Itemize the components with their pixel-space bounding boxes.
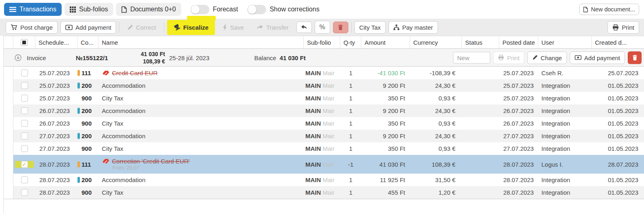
add-payment-button[interactable]: Add payment [60,21,116,34]
row-correction-note: From '25.07' [112,165,304,171]
row-checkbox[interactable] [21,189,28,196]
header-user[interactable]: User [538,36,592,48]
transfer-button[interactable]: Transfer [251,21,293,34]
row-currency-cell: 108,39 € NF [410,161,462,168]
row-checkbox[interactable] [21,107,28,114]
row-currency: 24,30 € [435,133,455,139]
table-row[interactable]: 25.07.2023 200 Accommodation MAIN Mair 1… [4,79,644,92]
correct-button[interactable]: Correct [122,21,161,34]
eraser-icon [102,70,110,76]
invoice-delete-button[interactable] [628,51,642,64]
header-created-date[interactable]: Created d... [592,36,644,48]
row-name: City Tax [102,95,123,102]
header-qty[interactable]: Q-ty [340,36,361,48]
row-subfolio: MAIN [305,70,321,76]
row-checkbox[interactable] [21,176,28,183]
tab-transactions[interactable]: Transactions [4,3,62,16]
row-checkbox[interactable] [21,95,28,102]
row-created-date: 01.05.2023 [592,82,644,89]
collapse-invoice-icon[interactable] [15,54,21,61]
row-name-cell: City Tax [99,145,304,152]
new-document-button[interactable]: New document... [579,4,639,15]
select-all-checkbox[interactable] [21,39,28,46]
fiscalize-button[interactable]: Fiscalize [169,21,214,34]
percent-button[interactable]: % [315,21,330,34]
invoice-print-button[interactable]: Print [493,51,524,64]
row-checkbox[interactable] [21,145,28,152]
row-checkbox[interactable] [21,120,28,127]
tab-transactions-label: Transactions [19,6,56,13]
invoice-add-payment-button[interactable]: Add payment [570,51,625,64]
row-subfolio-cell: MAIN Mair [304,189,340,196]
row-subfolio-note: Mair [323,95,335,102]
row-checkbox[interactable] [21,133,28,139]
row-name: Accommodation [102,133,146,139]
row-checkbox-cell [13,107,35,114]
pay-master-button[interactable]: Pay master [389,21,438,34]
undo-button[interactable] [296,22,312,33]
row-qty: 1 [340,176,361,183]
row-expand-cell [4,92,13,104]
table-row[interactable]: 26.07.2023 200 Accommodation MAIN Mair 1… [4,104,644,117]
header-amount[interactable]: Amount [361,36,410,48]
row-subfolio-cell: MAIN Mair [304,120,340,127]
invoice-change-button[interactable]: Change [527,51,567,64]
tab-subfolios[interactable]: Sub-folios [64,3,113,16]
row-code: 111 [82,70,91,76]
invoice-status-select[interactable]: New [453,52,490,63]
row-qty: 1 [340,82,361,89]
header-name[interactable]: Name [99,36,304,48]
row-checkbox[interactable] [21,70,28,76]
stamp-icon [174,24,180,30]
table-row[interactable]: 25.07.2023 900 City Tax MAIN Mair 1 350 … [4,92,644,104]
header-code[interactable]: Co... [77,36,99,48]
percent-label: % [320,24,325,31]
header-currency[interactable]: Currency [410,36,462,48]
row-checkbox[interactable] [21,82,28,89]
invoice-group-row: Invoice №155122/1 41 030 Ft 108,39 € 25-… [4,49,644,67]
lightning-icon [223,24,227,30]
table-row[interactable]: 27.07.2023 200 Accommodation MAIN Mair 1… [4,130,644,142]
header-schedule[interactable]: Schedule... [35,36,77,48]
row-amount: 9 200 Ft [361,107,410,114]
fiscalize-highlight: Fiscalize [167,20,215,35]
row-code: 200 [82,82,92,89]
row-name-cell: Accommodation [99,82,304,89]
row-expand-cell [4,104,13,117]
row-code-cell: 900 [77,145,99,152]
table-row[interactable]: 28.07.2023 111 Correction 'Credit Card E… [4,155,644,174]
row-qty: 1 [340,145,361,152]
row-checkbox[interactable] [21,161,28,168]
row-name-cell: City Tax [99,95,304,102]
post-charge-button[interactable]: Post charge [6,21,58,34]
table-row[interactable]: 28.07.2023 900 City Tax MAIN Mair 1 455 … [4,186,644,199]
show-corrections-toggle[interactable] [247,5,266,14]
row-qty: 1 [340,189,361,196]
header-expand-column [4,36,13,48]
row-name: Credit Card EUR [112,70,158,76]
table-row[interactable]: 27.07.2023 900 City Tax MAIN Mair 1 350 … [4,142,644,155]
post-charge-label: Post charge [20,24,53,31]
row-subfolio-cell: MAIN Mair [304,107,340,114]
delete-button[interactable] [333,22,348,33]
header-posted-date[interactable]: Posted date [499,36,538,48]
row-currency-cell: 1,20 € [410,189,462,196]
table-row[interactable]: 25.07.2023 111 Credit Card EUR MAIN Mair… [4,67,644,79]
city-tax-button[interactable]: City Tax [354,21,386,34]
toggle-knob [191,5,200,14]
header-subfolio[interactable]: Sub-folio [304,36,340,48]
row-schedule-date: 25.07.2023 [35,95,77,102]
tab-documents[interactable]: Documents 0+0 [116,3,181,16]
save-button[interactable]: Save [218,21,249,34]
table-row[interactable]: 28.07.2023 200 Accommodation MAIN Mair 1… [4,174,644,186]
forecast-toggle[interactable] [191,5,209,14]
invoice-amounts: 41 030 Ft 108,39 € [116,50,165,65]
row-expand-cell [4,79,13,92]
header-status[interactable]: Status [462,36,499,48]
row-currency-cell: 0,93 € [410,120,462,127]
row-name-cell: City Tax [99,120,304,127]
row-code: 200 [82,176,92,183]
table-row[interactable]: 26.07.2023 900 City Tax MAIN Mair 1 350 … [4,117,644,130]
print-button[interactable]: Print [608,21,639,34]
payment-icon [65,25,73,30]
